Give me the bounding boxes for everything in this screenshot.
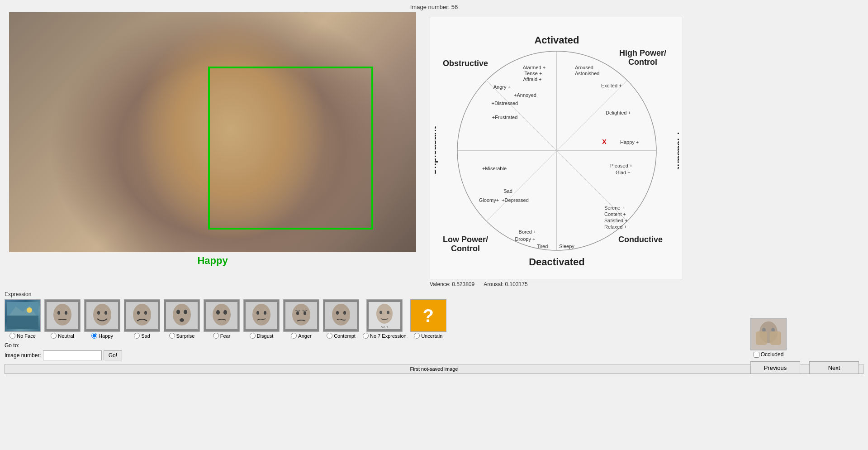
svg-text:Obstructive: Obstructive (443, 59, 488, 68)
svg-text:+Miserable: +Miserable (482, 166, 507, 171)
expr-item-surprise: Surprise (164, 299, 200, 339)
arousal-value: Arousal: 0.103175 (484, 281, 527, 287)
svg-text:High Power/: High Power/ (619, 48, 666, 57)
circumplex-container: Activated Deactivated Unpleasant Pleasan… (430, 17, 683, 279)
radio-happy[interactable]: Happy (91, 333, 113, 339)
svg-text:+Distressed: +Distressed (492, 101, 518, 106)
expr-item-anger: Anger (283, 299, 319, 339)
svg-point-55 (133, 304, 151, 326)
svg-text:Aroused: Aroused (575, 65, 593, 70)
image-number-label: Image number: 56 (0, 0, 868, 12)
expr-thumb-noface[interactable] (5, 299, 41, 332)
first-not-saved-button[interactable]: First not-saved image (5, 364, 863, 374)
svg-text:Gloomy+: Gloomy+ (479, 197, 499, 203)
svg-text:Satisfied +: Satisfied + (604, 218, 628, 223)
svg-point-57 (144, 311, 147, 315)
svg-point-49 (65, 311, 67, 315)
svg-text:Astonished: Astonished (575, 71, 599, 76)
svg-point-80 (376, 304, 393, 324)
radio-sad[interactable]: Sad (134, 333, 150, 339)
svg-text:Conductive: Conductive (618, 235, 663, 244)
svg-text:Happy +: Happy + (620, 139, 639, 145)
svg-text:Tense +: Tense + (525, 71, 542, 76)
radio-noface[interactable]: No Face (9, 333, 36, 339)
face-detection-rect (208, 67, 373, 230)
svg-point-68 (252, 304, 270, 326)
radio-uncertain[interactable]: Uncertain (414, 333, 442, 339)
occluded-checkbox[interactable] (754, 352, 759, 358)
expr-thumb-happy[interactable] (84, 299, 120, 332)
next-button[interactable]: Next (809, 361, 859, 374)
svg-text:Deactivated: Deactivated (529, 256, 585, 268)
expr-item-fear: Fear (204, 299, 240, 339)
nav-buttons: Previous Next (750, 361, 859, 374)
svg-text:Control: Control (628, 57, 657, 67)
radio-disgust[interactable]: Disgust (250, 333, 274, 339)
svg-point-62 (180, 318, 184, 322)
svg-point-47 (53, 304, 71, 326)
svg-text:Activated: Activated (534, 34, 579, 46)
occluded-label: Occluded (761, 351, 784, 358)
expr-item-neutral: Neutral (44, 299, 81, 339)
goto-label: Go to: (5, 342, 863, 349)
svg-point-70 (264, 311, 266, 315)
radio-no7[interactable]: No 7 Expression (363, 333, 407, 339)
radio-fear[interactable]: Fear (213, 333, 231, 339)
svg-rect-88 (756, 331, 767, 345)
expr-thumb-no7[interactable]: No 7 (366, 299, 403, 332)
expr-item-no7: No 7 No 7 Expression (363, 299, 407, 339)
svg-text:+Depressed: +Depressed (502, 197, 529, 203)
expr-thumb-neutral[interactable] (44, 299, 81, 332)
expr-item-happy: Happy (84, 299, 120, 339)
svg-text:Angry +: Angry + (493, 84, 511, 90)
circumplex-svg: Activated Deactivated Unpleasant Pleasan… (435, 22, 679, 275)
go-button[interactable]: Go! (104, 350, 122, 360)
svg-text:Serene +: Serene + (604, 205, 625, 211)
detected-expression-label: Happy (197, 255, 228, 267)
svg-text:Delighted +: Delighted + (606, 110, 631, 115)
svg-point-48 (57, 311, 60, 315)
radio-contempt[interactable]: Contempt (327, 333, 356, 339)
right-panel: Activated Deactivated Unpleasant Pleasan… (421, 12, 863, 287)
radio-surprise[interactable]: Surprise (169, 333, 195, 339)
expr-thumb-disgust[interactable] (243, 299, 280, 332)
svg-text:Excited +: Excited + (601, 83, 622, 88)
svg-point-77 (336, 311, 339, 315)
expr-thumb-fear[interactable] (204, 299, 240, 332)
expression-row: No Face Neutral (5, 299, 863, 339)
image-number-input[interactable] (43, 350, 102, 360)
svg-text:Pleased +: Pleased + (610, 163, 632, 168)
svg-point-52 (97, 311, 100, 315)
expr-thumb-sad[interactable] (124, 299, 160, 332)
face-image-container (9, 12, 416, 252)
svg-point-78 (343, 311, 346, 315)
radio-anger[interactable]: Anger (291, 333, 311, 339)
svg-point-66 (223, 310, 227, 315)
svg-point-59 (173, 304, 191, 326)
svg-point-51 (93, 304, 111, 326)
svg-text:X: X (602, 138, 607, 145)
svg-text:No 7: No 7 (381, 325, 389, 329)
svg-text:Droopy +: Droopy + (515, 236, 536, 242)
expr-item-sad: Sad (124, 299, 160, 339)
left-panel: Happy (5, 12, 421, 287)
svg-text:+Annoyed: +Annoyed (514, 92, 536, 98)
svg-text:Affraid +: Affraid + (523, 77, 541, 82)
goto-section: Go to: Image number: Go! First not-saved… (5, 342, 863, 374)
svg-point-61 (184, 310, 187, 314)
expr-thumb-contempt[interactable] (323, 299, 359, 332)
occluded-section: Occluded (750, 318, 787, 358)
expr-thumb-anger[interactable] (283, 299, 319, 332)
svg-rect-89 (770, 331, 781, 345)
svg-text:Alarmed +: Alarmed + (523, 65, 545, 70)
expr-thumb-surprise[interactable] (164, 299, 200, 332)
expr-thumb-uncertain[interactable]: ? (410, 299, 446, 332)
svg-point-76 (332, 304, 350, 326)
expr-item-uncertain: ? Uncertain (410, 299, 446, 339)
previous-button[interactable]: Previous (750, 361, 800, 374)
svg-rect-43 (7, 316, 38, 329)
svg-text:Bored +: Bored + (519, 229, 536, 235)
radio-neutral[interactable]: Neutral (51, 333, 74, 339)
svg-text:Content +: Content + (604, 211, 626, 217)
svg-text:Sad: Sad (503, 188, 512, 194)
